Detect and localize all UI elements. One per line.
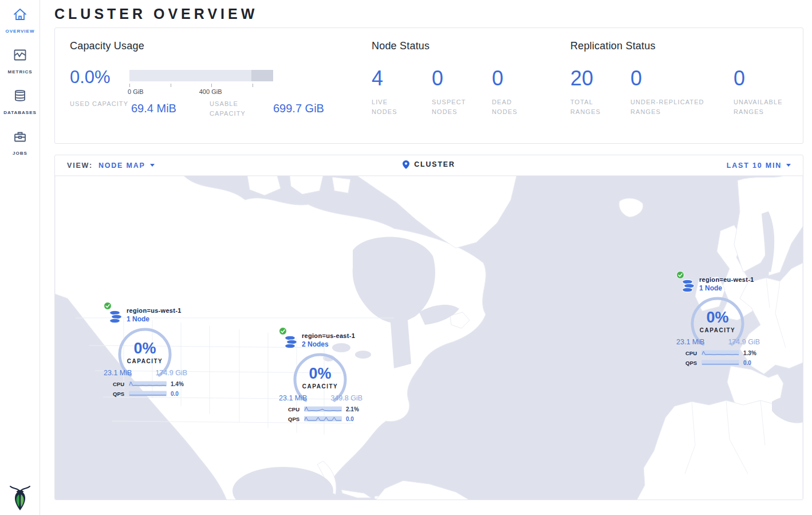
node-map-card: VIEW: NODE MAP CLUSTER LAST 10 MIN [54, 155, 803, 500]
under-replicated-ranges-label: UNDER-REPLICATED RANGES [630, 97, 722, 117]
region-capacity-label: CAPACITY [291, 383, 349, 390]
unavailable-ranges-label: UNAVAILABLE RANGES [734, 97, 797, 117]
cpu-label: CPU [685, 350, 701, 356]
cpu-value: 1.4% [171, 381, 184, 387]
sidebar-item-metrics[interactable]: METRICS [0, 41, 40, 81]
capacity-usage-section: Capacity Usage 0.0% 0 GiB 400 GiB USED C… [70, 40, 372, 129]
sidebar-item-label: METRICS [8, 69, 33, 74]
cpu-value: 1.3% [743, 350, 756, 356]
breadcrumb: CLUSTER [55, 160, 803, 171]
region-capacity-label: CAPACITY [116, 358, 174, 364]
view-selector-value: NODE MAP [98, 162, 145, 170]
cpu-sparkline [701, 349, 739, 356]
region-capacity-value: 349.8 GiB [330, 394, 362, 402]
used-capacity-label: USED CAPACITY [70, 99, 131, 109]
cpu-label: CPU [288, 406, 304, 412]
live-nodes-label: LIVE NODES [372, 97, 407, 117]
live-nodes-stat: 4 LIVE NODES [372, 67, 432, 117]
page-title: CLUSTER OVERVIEW [54, 5, 803, 22]
region-capacity-percent: 0% [689, 309, 746, 327]
location-pin-icon [403, 160, 409, 169]
region-nodes-link[interactable]: 1 Node [127, 315, 188, 323]
capacity-bar-segment [251, 70, 273, 81]
under-replicated-ranges-value: 0 [630, 67, 734, 90]
qps-label: QPS [288, 416, 304, 422]
qps-label: QPS [113, 391, 129, 397]
region-badge-eu-west-1: region=eu-west-1 1 Node 0% CAPACITY 23.1… [675, 270, 761, 368]
main-content: CLUSTER OVERVIEW Capacity Usage 0.0% 0 G… [40, 5, 812, 500]
cpu-sparkline [304, 406, 342, 412]
usable-capacity-label: USABLE CAPACITY [210, 99, 273, 119]
sidebar-item-overview[interactable]: OVERVIEW [0, 0, 40, 41]
view-label: VIEW: [67, 162, 93, 170]
cpu-spark-row: CPU 2.1% [288, 406, 361, 412]
node-map[interactable]: region=us-west-1 1 Node 0% CAPACITY 23.1… [55, 176, 803, 500]
region-used-value: 23.1 MiB [676, 338, 704, 346]
region-capacity-value: 174.9 GiB [728, 338, 760, 346]
used-capacity-value: 69.4 MiB [131, 102, 210, 115]
suspect-nodes-stat: 0 SUSPECT NODES [432, 67, 492, 117]
suspect-nodes-value: 0 [432, 67, 492, 90]
region-name[interactable]: region=us-west-1 [127, 307, 188, 314]
dead-nodes-stat: 0 DEAD NODES [492, 67, 525, 117]
sidebar-item-databases[interactable]: DATABASES [0, 81, 40, 122]
replication-status-title: Replication Status [570, 40, 788, 52]
unavailable-ranges-stat: 0 UNAVAILABLE RANGES [734, 67, 797, 117]
capacity-bar: 0 GiB 400 GiB [129, 69, 273, 86]
chevron-down-icon [786, 164, 791, 167]
database-stack-icon [681, 279, 696, 295]
breadcrumb-label: CLUSTER [414, 160, 455, 168]
dead-nodes-label: DEAD NODES [492, 97, 525, 117]
cluster-summary-card: Capacity Usage 0.0% 0 GiB 400 GiB USED C… [54, 27, 803, 144]
qps-value: 0.0 [346, 416, 354, 422]
suspect-nodes-label: SUSPECT NODES [432, 97, 476, 117]
capacity-tick-400: 400 GiB [199, 88, 222, 95]
view-selector[interactable]: NODE MAP [98, 162, 155, 170]
dead-nodes-value: 0 [492, 67, 525, 90]
sidebar-item-label: JOBS [13, 151, 27, 156]
qps-spark-row: QPS 0.0 [685, 359, 759, 366]
cockroachdb-logo[interactable] [9, 484, 31, 512]
cpu-spark-row: CPU 1.4% [113, 380, 186, 387]
region-used-value: 23.1 MiB [279, 394, 307, 402]
live-nodes-value: 4 [372, 67, 432, 90]
region-capacity-label: CAPACITY [689, 327, 746, 333]
briefcase-icon [13, 129, 27, 143]
qps-sparkline [304, 415, 342, 422]
view-bar: VIEW: NODE MAP CLUSTER LAST 10 MIN [55, 155, 803, 176]
sidebar-item-label: DATABASES [3, 110, 37, 115]
database-icon [13, 89, 27, 103]
capacity-tick-0: 0 GiB [128, 88, 144, 95]
qps-value: 0.0 [171, 391, 179, 397]
qps-value: 0.0 [743, 360, 751, 366]
replication-status-section: Replication Status 20 TOTAL RANGES 0 UND… [570, 40, 788, 129]
metrics-chart-icon [13, 48, 27, 62]
sidebar: OVERVIEW METRICS DATABASES JOBS [0, 0, 40, 515]
home-icon [13, 7, 27, 21]
qps-spark-row: QPS 0.0 [288, 415, 361, 422]
time-range-value: LAST 10 MIN [727, 162, 782, 170]
region-nodes-link[interactable]: 2 Nodes [302, 340, 364, 348]
region-badge-us-west-1: region=us-west-1 1 Node 0% CAPACITY 23.1… [103, 301, 188, 399]
region-capacity-percent: 0% [116, 340, 174, 357]
sidebar-item-label: OVERVIEW [6, 29, 35, 34]
region-name[interactable]: region=eu-west-1 [699, 276, 761, 283]
under-replicated-ranges-stat: 0 UNDER-REPLICATED RANGES [630, 67, 734, 117]
qps-spark-row: QPS 0.0 [113, 390, 186, 397]
total-ranges-label: TOTAL RANGES [570, 97, 607, 117]
capacity-usage-title: Capacity Usage [70, 40, 372, 52]
node-status-title: Node Status [372, 40, 570, 52]
unavailable-ranges-value: 0 [734, 67, 797, 90]
cpu-sparkline [129, 380, 167, 387]
database-stack-icon [108, 310, 123, 326]
time-range-selector[interactable]: LAST 10 MIN [727, 162, 791, 170]
database-stack-icon [283, 335, 298, 351]
region-used-value: 23.1 MiB [104, 369, 132, 377]
region-nodes-link[interactable]: 1 Node [699, 284, 761, 292]
cpu-value: 2.1% [346, 406, 359, 412]
usable-capacity-value: 699.7 GiB [273, 102, 324, 115]
region-name[interactable]: region=us-east-1 [302, 332, 364, 339]
total-ranges-stat: 20 TOTAL RANGES [570, 67, 630, 117]
sidebar-item-jobs[interactable]: JOBS [0, 122, 40, 163]
node-status-section: Node Status 4 LIVE NODES 0 SUSPECT NODES… [372, 40, 570, 129]
